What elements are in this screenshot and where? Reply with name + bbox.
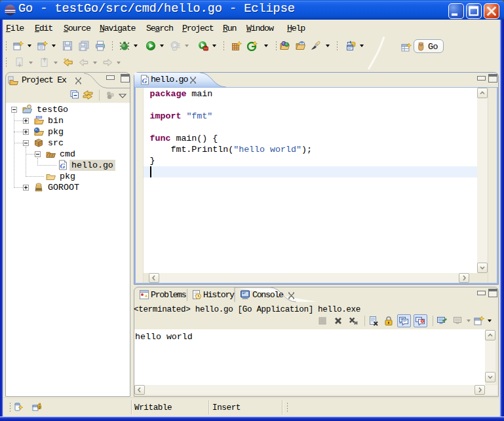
svg-text:G: G — [142, 77, 147, 84]
svg-text:0: 0 — [39, 405, 41, 409]
svg-text:G: G — [60, 162, 66, 170]
svg-text:010: 010 — [36, 115, 43, 119]
